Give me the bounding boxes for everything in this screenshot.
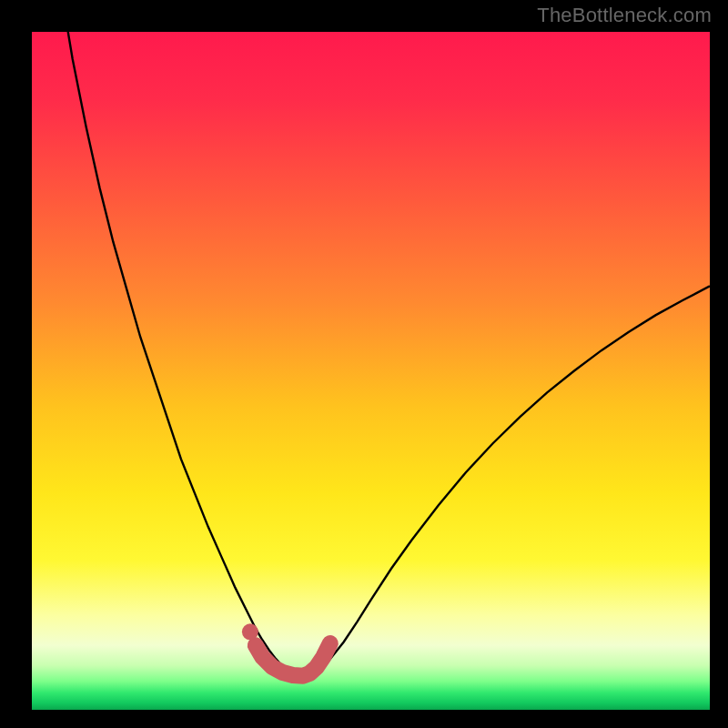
gradient-background	[32, 32, 710, 710]
plot-area	[32, 32, 710, 710]
chart-svg	[32, 32, 710, 710]
watermark-text: TheBottleneck.com	[537, 4, 712, 27]
chart-frame: TheBottleneck.com	[0, 0, 728, 728]
highlight-dot	[242, 623, 258, 640]
